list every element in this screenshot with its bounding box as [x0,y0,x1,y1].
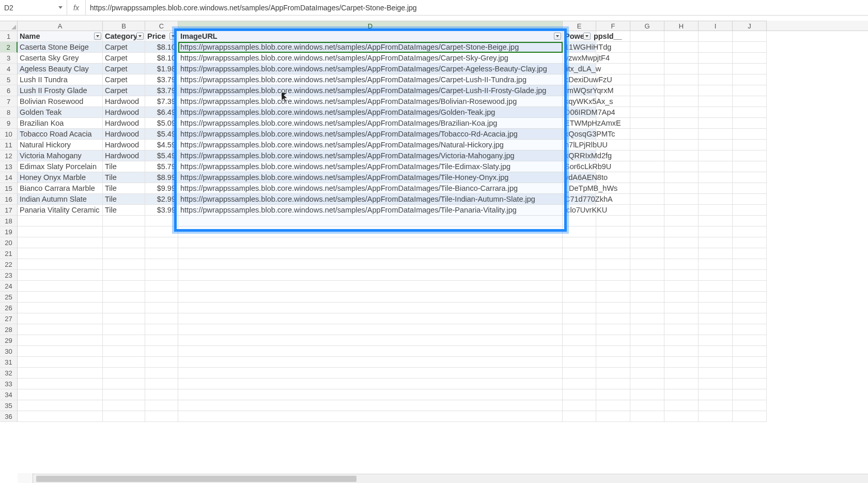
cell[interactable] [664,140,699,150]
cell[interactable] [18,313,103,324]
cell[interactable] [178,400,563,411]
cell[interactable] [145,335,178,346]
row-header[interactable]: 16 [0,194,18,205]
cell[interactable] [563,281,596,292]
cell-powerappsid[interactable]: Sor6cLkRb9U [563,161,596,172]
cell[interactable] [733,64,767,74]
cell-category[interactable]: Carpet [103,64,145,74]
cell-price[interactable]: $3.99 [145,205,178,216]
cell[interactable] [664,194,699,205]
cell[interactable] [664,368,699,379]
cell[interactable] [596,292,630,303]
row-header[interactable]: 23 [0,270,18,281]
row-header[interactable]: 19 [0,227,18,237]
cell[interactable] [733,129,767,140]
cell[interactable] [664,74,699,85]
cell-category[interactable]: Hardwood [103,96,145,107]
cell[interactable] [103,346,145,357]
cell[interactable] [596,31,630,42]
row-header[interactable]: 14 [0,172,18,183]
cell[interactable] [596,389,630,400]
cell[interactable] [630,107,664,118]
row-header[interactable]: 11 [0,140,18,150]
cell-price[interactable]: $5.79 [145,161,178,172]
cell-imageurl[interactable]: https://pwrappssamples.blob.core.windows… [178,53,563,64]
cell-name[interactable]: Tobacco Road Acacia [18,129,103,140]
cell[interactable] [664,281,699,292]
cell[interactable] [630,303,664,313]
cell[interactable] [18,346,103,357]
cell[interactable] [699,183,733,194]
cell[interactable] [178,313,563,324]
cell-imageurl[interactable]: https://pwrappssamples.blob.core.windows… [178,96,563,107]
cell[interactable] [664,292,699,303]
fx-icon[interactable]: fx [67,0,86,15]
cell[interactable] [145,411,178,422]
cell[interactable] [733,216,767,227]
cell-imageurl[interactable]: https://pwrappssamples.blob.core.windows… [178,183,563,194]
cell[interactable] [18,259,103,270]
cell[interactable] [733,313,767,324]
cell[interactable] [664,227,699,237]
cell[interactable] [699,96,733,107]
row-header[interactable]: 6 [0,85,18,96]
cell[interactable] [630,140,664,150]
cell[interactable] [630,216,664,227]
cell[interactable] [630,248,664,259]
cell[interactable] [18,324,103,335]
cell[interactable] [103,248,145,259]
cell[interactable] [596,140,630,150]
cell[interactable] [596,74,630,85]
cell[interactable] [630,205,664,216]
cell[interactable] [103,313,145,324]
cell-powerappsid[interactable]: litx_dLA_w [563,64,596,74]
row-header[interactable]: 36 [0,411,18,422]
cell[interactable] [733,389,767,400]
row-header[interactable]: 18 [0,216,18,227]
row-header[interactable]: 25 [0,292,18,303]
cell[interactable] [563,411,596,422]
cell[interactable] [630,161,664,172]
header-category[interactable]: Category [103,31,145,42]
cell[interactable] [18,281,103,292]
cell[interactable] [733,248,767,259]
row-header[interactable]: 35 [0,400,18,411]
cell[interactable] [733,303,767,313]
cell-category[interactable]: Tile [103,172,145,183]
cell[interactable] [596,161,630,172]
cell[interactable] [630,281,664,292]
cell-imageurl[interactable]: https://pwrappssamples.blob.core.windows… [178,129,563,140]
cell-powerappsid[interactable]: _DeTpMB_hWs [563,183,596,194]
cell[interactable] [630,64,664,74]
cell[interactable] [145,313,178,324]
cell[interactable] [733,379,767,389]
cell[interactable] [145,368,178,379]
cell[interactable] [178,389,563,400]
cell[interactable] [733,292,767,303]
cell-powerappsid[interactable]: cDexiDuwFzU [563,74,596,85]
cell[interactable] [664,85,699,96]
cell[interactable] [630,42,664,53]
cell[interactable] [699,237,733,248]
cell[interactable] [664,161,699,172]
cell[interactable] [103,389,145,400]
cell[interactable] [699,227,733,237]
cell[interactable] [103,216,145,227]
cell[interactable] [733,74,767,85]
cell[interactable] [664,96,699,107]
cell[interactable] [178,292,563,303]
cell[interactable] [699,31,733,42]
cell-price[interactable]: $7.39 [145,96,178,107]
row-header[interactable]: 22 [0,259,18,270]
cell-powerappsid[interactable]: vdA6AEN8to [563,172,596,183]
row-header[interactable]: 20 [0,237,18,248]
cell[interactable] [630,150,664,161]
cell[interactable] [103,259,145,270]
filter-icon[interactable] [136,33,144,40]
cell[interactable] [699,368,733,379]
cell[interactable] [596,64,630,74]
cell[interactable] [699,270,733,281]
cell[interactable] [103,237,145,248]
cell[interactable] [178,227,563,237]
cell[interactable] [733,400,767,411]
